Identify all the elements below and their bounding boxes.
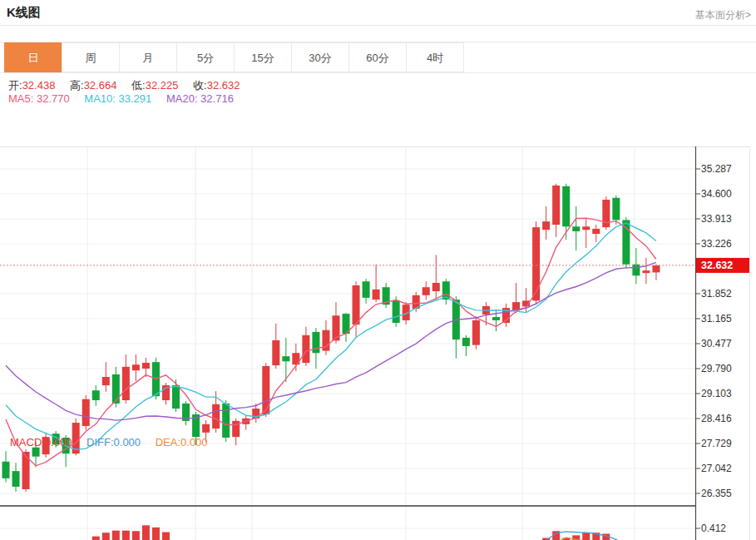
- axis-tick-label: 27.042: [701, 463, 732, 474]
- open-value: 32.438: [22, 79, 56, 92]
- candle-body: [582, 226, 590, 230]
- macd-bar: [92, 537, 100, 540]
- dea-value: DEA:0.000: [156, 436, 208, 448]
- ma10-line: [6, 223, 656, 449]
- macd-bar: [152, 528, 160, 540]
- candle-body: [542, 221, 550, 230]
- tab-timeframe-3[interactable]: 5分: [176, 42, 235, 72]
- candle-body: [132, 364, 140, 370]
- axis-tick-label: 33.913: [701, 213, 732, 225]
- candle-body: [532, 227, 540, 300]
- candle-body: [202, 424, 210, 433]
- candle-body: [302, 335, 309, 363]
- axis-tick-label: 29.103: [701, 388, 732, 399]
- close-value: 32.632: [207, 79, 240, 92]
- macd-bar: [122, 531, 130, 540]
- macd-bar: [102, 533, 110, 540]
- candle-body: [2, 462, 10, 478]
- candle-body: [172, 385, 180, 409]
- candle-body: [212, 404, 220, 429]
- candle-body: [112, 374, 120, 404]
- axis-tick-label: 26.355: [701, 488, 732, 499]
- candle-body: [272, 340, 279, 365]
- tab-timeframe-7[interactable]: 4时: [406, 42, 464, 72]
- axis-tick-label: 27.729: [701, 438, 732, 449]
- candle-body: [122, 367, 130, 400]
- fundamental-analysis-link[interactable]: 基本面分析>: [695, 8, 751, 22]
- tab-timeframe-0[interactable]: 日: [4, 42, 62, 72]
- tab-timeframe-1[interactable]: 周: [62, 42, 120, 72]
- candle-body: [462, 338, 470, 346]
- candle-body: [22, 452, 30, 489]
- close-label: 收:: [193, 79, 207, 92]
- ma20-value: MA20: 32.716: [166, 92, 234, 105]
- ma-readout: MA5: 32.770 MA10: 33.291 MA20: 32.716: [8, 92, 234, 105]
- macd-bar: [162, 533, 170, 540]
- page-title: K线图: [7, 5, 41, 21]
- tab-timeframe-6[interactable]: 60分: [348, 42, 407, 72]
- axis-tick-label: 33.226: [701, 238, 732, 250]
- high-value: 32.664: [84, 79, 117, 92]
- axis-tick-label: 31.852: [701, 288, 732, 300]
- candle-body: [422, 287, 430, 295]
- gridlines: [0, 146, 695, 540]
- timeframe-tabbar: 日周月5分15分30分60分4时: [0, 42, 756, 73]
- ohlc-readout: 开:32.438 高:32.664 低:32.225 收:32.632: [8, 78, 240, 93]
- macd-histogram: [2, 525, 650, 540]
- ma10-value: MA10: 33.291: [84, 92, 151, 105]
- candle-body: [632, 265, 640, 276]
- macd-value: MACD:0.000: [10, 436, 72, 448]
- candle-body: [562, 186, 570, 226]
- candle-body: [82, 399, 90, 426]
- candle-body: [592, 229, 600, 234]
- candle-body: [432, 283, 440, 291]
- axis-tick-label: 28.416: [701, 413, 732, 424]
- low-label: 低:: [131, 79, 146, 92]
- macd-bar: [582, 533, 590, 540]
- candle-body: [353, 285, 360, 324]
- frame: [0, 146, 750, 540]
- tab-timeframe-2[interactable]: 月: [119, 42, 177, 72]
- macd-bar: [142, 525, 150, 540]
- macd-bar: [132, 531, 140, 540]
- candle-body: [612, 198, 620, 220]
- kline-page: K线图 基本面分析> 日周月5分15分30分60分4时 35.28734.600…: [0, 0, 756, 540]
- price-axis: 35.28734.60033.91333.22631.85231.16530.4…: [695, 163, 732, 540]
- chart-area[interactable]: 35.28734.60033.91333.22631.85231.16530.4…: [0, 73, 756, 540]
- open-label: 开:: [8, 79, 22, 92]
- candle-body: [92, 390, 100, 400]
- candle-body: [652, 265, 660, 272]
- diff-value: DIFF:0.000: [86, 436, 141, 448]
- tab-timeframe-5[interactable]: 30分: [291, 42, 349, 72]
- candle-body: [472, 320, 480, 345]
- candle-body: [222, 404, 230, 438]
- kline-chart-canvas[interactable]: 35.28734.60033.91333.22631.85231.16530.4…: [0, 73, 756, 540]
- axis-tick-label: 0.412: [701, 523, 726, 534]
- candle-body: [102, 377, 110, 385]
- candle-body: [32, 448, 40, 457]
- ma5-line: [6, 218, 656, 466]
- candle-body: [262, 366, 269, 414]
- candle-body: [12, 471, 20, 487]
- candle-body: [492, 317, 500, 320]
- axis-tick-label: 31.165: [701, 313, 732, 324]
- axis-tick-label: 35.287: [701, 163, 732, 175]
- candle-body: [552, 186, 560, 225]
- candle-body: [572, 226, 580, 231]
- tab-timeframe-4[interactable]: 15分: [234, 42, 292, 72]
- candle-body: [393, 300, 400, 323]
- low-value: 32.225: [146, 79, 179, 92]
- candle-body: [363, 281, 370, 298]
- candle-body: [142, 363, 150, 369]
- macd-bar: [112, 531, 120, 540]
- current-price-value: 32.632: [701, 260, 733, 271]
- current-price-label: 32.632: [696, 258, 749, 273]
- macd-readout: MACD:0.000 DIFF:0.000 DEA:0.000: [10, 436, 208, 448]
- candle-body: [642, 270, 650, 273]
- candle-body: [322, 330, 329, 351]
- axis-tick-label: 29.790: [701, 363, 732, 374]
- candle-body: [373, 290, 380, 300]
- ma5-value: MA5: 32.770: [8, 92, 70, 105]
- page-header: K线图 基本面分析>: [0, 0, 756, 26]
- high-label: 高:: [70, 79, 84, 92]
